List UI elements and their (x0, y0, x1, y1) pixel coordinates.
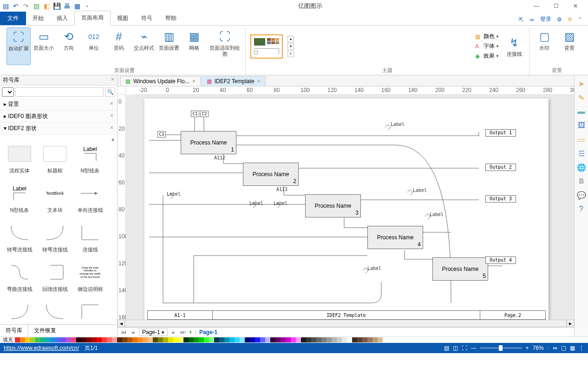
box-icon[interactable]: ◧ (43, 2, 50, 10)
view-mode-full-icon[interactable]: ⛶ (462, 345, 467, 351)
color-swatch[interactable] (51, 337, 56, 342)
color-swatch[interactable] (214, 337, 219, 342)
color-swatch[interactable] (357, 337, 362, 342)
shape-item[interactable]: 转弯连接线 (37, 216, 72, 255)
doc-tab[interactable]: ▦Windows Update Flo...× (120, 76, 201, 86)
color-swatch[interactable] (311, 337, 316, 342)
shape-item[interactable]: 单向连接线 (72, 176, 108, 216)
export-icon[interactable]: ▦ (73, 2, 81, 10)
pagesetup-button[interactable]: ▥页面设置 (157, 27, 181, 65)
theme-effect[interactable]: ◉效果▾ (475, 52, 498, 60)
view-mode-normal-icon[interactable]: ▤ (444, 345, 449, 351)
page-size-button[interactable]: ▭页面大小 (32, 27, 56, 65)
maximize-button[interactable]: ☐ (549, 1, 563, 11)
control-box[interactable]: C1 (191, 111, 199, 117)
bottom-tab-recovery[interactable]: 文件恢复 (28, 325, 62, 336)
color-swatch[interactable] (260, 337, 265, 342)
zoom-slider[interactable] (480, 347, 522, 349)
color-swatch[interactable] (30, 337, 35, 342)
shape-item[interactable]: 流程实体 (2, 137, 37, 176)
comment-icon[interactable]: 💬 (577, 191, 586, 200)
color-swatch[interactable] (158, 337, 163, 342)
theme-font[interactable]: A字体▾ (475, 42, 498, 51)
color-swatch[interactable] (270, 337, 275, 342)
collapse-ribbon-icon[interactable]: ⌃ (578, 16, 582, 23)
color-swatch[interactable] (367, 337, 372, 342)
process-box[interactable]: Process Name4 (367, 226, 423, 249)
color-swatch[interactable] (332, 337, 337, 342)
color-swatch[interactable] (163, 337, 168, 342)
color-swatch[interactable] (76, 337, 81, 342)
close-icon[interactable]: × (192, 78, 196, 85)
tab-view[interactable]: 视图 (111, 12, 135, 25)
color-swatch[interactable] (173, 337, 178, 342)
color-swatch[interactable] (352, 337, 357, 342)
login-link[interactable]: 登录 (540, 15, 551, 23)
color-swatch[interactable] (219, 337, 224, 342)
color-swatch[interactable] (56, 337, 61, 342)
color-swatch[interactable] (40, 337, 46, 342)
background-button[interactable]: ▨背景 (557, 27, 581, 65)
color-swatch[interactable] (291, 337, 296, 342)
grid-toggle-icon[interactable]: ▦ (570, 345, 575, 351)
theme-colors[interactable]: ▦颜色▾ (475, 32, 498, 41)
theme-gallery-spinner[interactable]: ▴▾≡ (287, 36, 294, 57)
color-swatch[interactable] (148, 337, 153, 342)
color-swatch[interactable] (153, 337, 158, 342)
tab-symbol[interactable]: 符号 (135, 12, 159, 25)
color-swatch[interactable] (347, 337, 352, 342)
color-swatch[interactable] (286, 337, 291, 342)
crosspoint-button[interactable]: ⌁交点样式 (132, 27, 156, 65)
doc-tab[interactable]: ▦IDEF2 Template× (202, 76, 266, 86)
color-swatch[interactable] (372, 337, 378, 342)
template-icon[interactable]: ▤ (2, 2, 9, 10)
tab-pagelayout[interactable]: 页面布局 (74, 11, 111, 26)
tab-start[interactable]: 开始 (26, 12, 50, 25)
help-icon[interactable]: ? (577, 204, 586, 214)
shape-item[interactable]: 标题框 (37, 137, 72, 176)
tab-insert[interactable]: 插入 (50, 12, 74, 25)
shape-item[interactable]: 转弯连接线 (2, 295, 37, 324)
color-swatch[interactable] (245, 337, 250, 342)
shape-item[interactable]: 连接线 (72, 216, 108, 255)
library-select[interactable] (2, 87, 14, 97)
color-swatch[interactable] (127, 337, 132, 342)
grid-button[interactable]: ▦网格 (182, 27, 206, 65)
qat-dropdown-icon[interactable]: ▾ (84, 2, 91, 10)
connector-button[interactable]: ↯连接线 (502, 33, 526, 59)
first-page-icon[interactable]: ⏮ (120, 329, 127, 335)
share-out-icon[interactable]: ⇱ (519, 16, 523, 23)
process-box[interactable]: Process Name3 (305, 194, 361, 217)
canvas[interactable]: C1 C2 C3 (126, 95, 574, 320)
shape-item[interactable]: LabelN型线条 (2, 176, 37, 216)
print-icon[interactable]: 🖶 (63, 2, 71, 10)
color-swatch[interactable] (301, 337, 306, 342)
color-swatch[interactable] (122, 337, 127, 342)
gear-icon[interactable]: ⚙ (557, 16, 562, 23)
color-swatch[interactable] (194, 337, 199, 342)
output-box[interactable]: Output 1 (485, 129, 516, 137)
color-swatch[interactable] (102, 337, 107, 342)
color-swatch[interactable] (240, 337, 245, 342)
fit-page-icon[interactable]: ▢ (561, 345, 566, 351)
image-icon[interactable]: 🖼 (577, 121, 586, 130)
page-link[interactable]: Page-1 (199, 329, 217, 335)
undo-icon[interactable]: ↶ (12, 2, 20, 10)
color-swatch[interactable] (296, 337, 301, 342)
shape-item[interactable]: 转弯连接线 (37, 295, 72, 324)
color-swatch[interactable] (362, 337, 367, 342)
scroll-up-icon[interactable]: ▴ (111, 136, 116, 140)
color-swatch[interactable] (132, 337, 137, 342)
close-icon[interactable]: × (257, 78, 261, 85)
color-swatch[interactable] (46, 337, 51, 342)
color-swatch[interactable] (97, 337, 102, 342)
color-swatch[interactable] (224, 337, 229, 342)
color-swatch[interactable] (35, 337, 40, 342)
color-swatch[interactable] (20, 337, 25, 342)
color-swatch[interactable] (378, 337, 383, 342)
orientation-button[interactable]: ⟲方向 (57, 27, 81, 65)
color-swatch[interactable] (137, 337, 143, 342)
color-swatch[interactable] (265, 337, 270, 342)
unit-button[interactable]: 012单位 (82, 27, 106, 65)
bottom-tab-library[interactable]: 符号库 (0, 325, 28, 336)
